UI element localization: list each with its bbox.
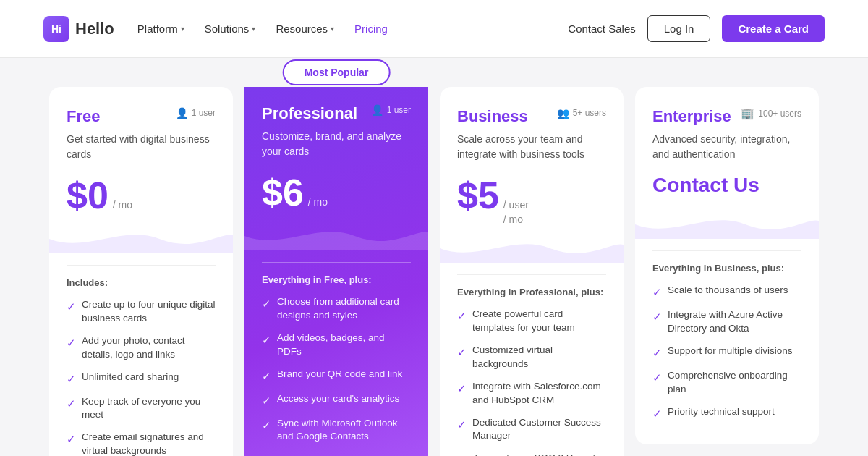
price-period-pro: / mo <box>308 195 328 210</box>
features-label-pro: Everything in Free, plus: <box>262 274 411 285</box>
check-icon: ✓ <box>457 381 467 396</box>
check-icon: ✓ <box>67 335 76 350</box>
features-label-enterprise: Everything in Business, plus: <box>652 263 801 274</box>
feature-item: ✓ Priority technical support <box>652 405 801 421</box>
plan-name-pro: Professional <box>262 104 357 123</box>
chevron-icon: ▾ <box>331 25 334 33</box>
wave-pro <box>244 214 428 250</box>
plan-desc-free: Get started with digital business cards <box>67 132 216 162</box>
feature-list-pro: ✓ Choose from additional card designs an… <box>262 295 411 444</box>
plan-desc-business: Scale across your team and integrate wit… <box>457 132 606 162</box>
building-icon: 🏢 <box>741 107 754 120</box>
feature-item: ✓ Sync with Microsoft Outlook and Google… <box>262 417 411 444</box>
feature-item: ✓ Dedicated Customer Success Manager <box>457 416 606 444</box>
plan-free: Free 👤 1 user Get started with digital b… <box>49 87 233 456</box>
nav-item-platform[interactable]: Platform ▾ <box>137 22 184 35</box>
nav-item-solutions[interactable]: Solutions ▾ <box>205 22 256 35</box>
plan-business: Business 👥 5+ users Scale across your te… <box>440 87 624 456</box>
divider-business <box>457 274 606 275</box>
plan-header-business: Business 👥 5+ users <box>457 107 606 126</box>
check-icon: ✓ <box>262 418 271 433</box>
check-icon: ✓ <box>652 370 662 385</box>
nav-item-pricing[interactable]: Pricing <box>354 22 388 35</box>
check-icon: ✓ <box>262 393 271 408</box>
check-icon: ✓ <box>262 368 271 384</box>
login-button[interactable]: Log In <box>647 15 711 42</box>
check-icon: ✓ <box>67 299 76 314</box>
user-icon-pro: 👤 <box>371 104 383 116</box>
navbar: Hi Hello Platform ▾ Solutions ▾ Resource… <box>0 0 868 58</box>
check-icon: ✓ <box>262 296 271 311</box>
price-amount-free: $0 <box>67 174 109 217</box>
feature-item: ✓ Add your photo, contact details, logo … <box>67 334 216 362</box>
check-icon: ✓ <box>652 284 662 300</box>
contact-price: Contact Us <box>652 174 801 197</box>
feature-item: ✓ Add videos, badges, and PDFs <box>262 332 411 359</box>
feature-item: ✓ Brand your QR code and link <box>262 368 411 384</box>
chevron-icon: ▾ <box>181 25 184 33</box>
divider-free <box>67 265 216 266</box>
plan-name-free: Free <box>67 107 100 126</box>
wave-business <box>440 227 624 263</box>
feature-item: ✓ Integrate with Salesforce.com and HubS… <box>457 380 606 408</box>
check-icon: ✓ <box>262 332 271 347</box>
check-icon: ✓ <box>67 371 76 387</box>
nav-item-resources[interactable]: Resources ▾ <box>276 22 334 35</box>
price-period-free: / mo <box>113 198 132 213</box>
plan-price-business: $5 / user/ mo <box>457 174 606 227</box>
check-icon: ✓ <box>457 452 467 456</box>
plan-price-pro: $6 / mo <box>262 171 411 214</box>
feature-item: ✓ Create powerful card templates for you… <box>457 308 606 335</box>
user-icon-free: 👤 <box>176 107 188 119</box>
feature-item: ✓ Customized virtual backgrounds <box>457 344 606 371</box>
user-icon-business: 👥 <box>557 107 569 119</box>
check-icon: ✓ <box>67 396 76 411</box>
price-amount-business: $5 <box>457 174 499 217</box>
nav-items: Platform ▾ Solutions ▾ Resources ▾ Prici… <box>137 22 388 35</box>
nav-right: Contact Sales Log In Create a Card <box>568 15 825 42</box>
plan-desc-pro: Customize, brand, and analyze your cards <box>262 129 411 159</box>
plan-name-business: Business <box>457 107 528 126</box>
plan-users-business: 👥 5+ users <box>557 107 606 119</box>
plan-desc-enterprise: Advanced security, integration, and auth… <box>652 132 801 162</box>
check-icon: ✓ <box>652 406 662 421</box>
create-card-button[interactable]: Create a Card <box>722 15 825 42</box>
features-label-business: Everything in Professional, plus: <box>457 287 606 297</box>
plan-professional: Most Popular Professional 👤 1 user Custo… <box>244 87 428 456</box>
logo-icon: Hi <box>43 16 69 42</box>
wave-enterprise <box>635 203 819 239</box>
check-icon: ✓ <box>457 345 467 360</box>
feature-item: ✓ Integrate with Azure Active Directory … <box>652 308 801 336</box>
feature-list-business: ✓ Create powerful card templates for you… <box>457 308 606 456</box>
feature-item: ✓ Support for multiple divisions <box>652 345 801 360</box>
feature-item: ✓ Choose from additional card designs an… <box>262 295 411 323</box>
plan-name-enterprise: Enterprise <box>652 107 731 126</box>
divider-enterprise <box>652 250 801 251</box>
price-period-business: / user/ mo <box>503 198 529 227</box>
contact-sales-link[interactable]: Contact Sales <box>568 22 635 35</box>
plan-header-free: Free 👤 1 user <box>67 107 216 126</box>
plan-users-free: 👤 1 user <box>176 107 216 119</box>
feature-item: ✓ Unlimited card sharing <box>67 371 216 387</box>
check-icon: ✓ <box>67 431 76 447</box>
logo[interactable]: Hi Hello <box>43 16 114 42</box>
check-icon: ✓ <box>652 309 662 324</box>
plan-users-enterprise: 🏢 100+ users <box>741 107 801 120</box>
pricing-section: Free 👤 1 user Get started with digital b… <box>0 58 868 456</box>
plan-users-pro: 👤 1 user <box>371 104 411 116</box>
feature-list-free: ✓ Create up to four unique digital busin… <box>67 298 216 456</box>
feature-item: ✓ Scale to thousands of users <box>652 284 801 300</box>
logo-text: Hello <box>75 20 114 38</box>
plan-popular-wrapper: Most Popular Professional 👤 1 user Custo… <box>244 87 428 456</box>
check-icon: ✓ <box>457 417 467 432</box>
plans-grid: Free 👤 1 user Get started with digital b… <box>43 87 825 456</box>
plan-price-free: $0 / mo <box>67 174 216 217</box>
feature-item: ✓ Access to our SOC 2 Report <box>457 452 606 456</box>
nav-left: Hi Hello Platform ▾ Solutions ▾ Resource… <box>43 16 388 42</box>
chevron-icon: ▾ <box>252 25 255 33</box>
wave-free <box>49 217 233 253</box>
check-icon: ✓ <box>652 345 662 360</box>
feature-item: ✓ Create up to four unique digital busin… <box>67 298 216 326</box>
feature-item: ✓ Create email signatures and virtual ba… <box>67 431 216 456</box>
feature-item: ✓ Keep track of everyone you meet <box>67 395 216 423</box>
